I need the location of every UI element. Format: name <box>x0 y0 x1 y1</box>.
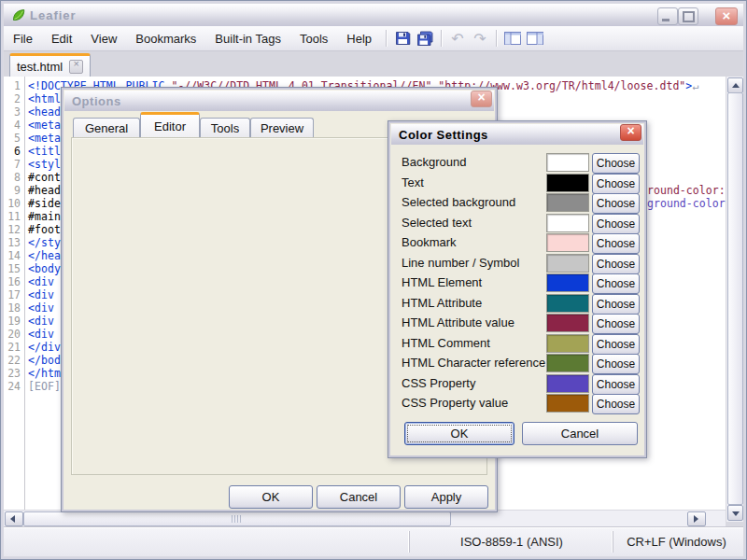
choose-button-html-attribute-value[interactable]: Choose <box>592 314 640 334</box>
choose-button-selected-background[interactable]: Choose <box>592 193 640 214</box>
options-close-icon[interactable] <box>471 91 492 107</box>
leafier-leaf-icon <box>11 7 26 22</box>
color-row-label-html-attribute: HTML Attribute <box>402 294 482 312</box>
menu-item-help[interactable]: Help <box>337 28 381 49</box>
code-token: <div <box>28 288 61 301</box>
redo-button[interactable]: ↷ <box>469 28 491 49</box>
choose-button-css-property[interactable]: Choose <box>592 374 640 395</box>
code-token: #head <box>28 184 61 197</box>
scroll-down-button[interactable] <box>727 505 743 521</box>
scroll-up-button[interactable] <box>727 77 743 93</box>
undo-button[interactable]: ↶ <box>446 28 469 49</box>
color-settings-close-icon[interactable] <box>620 124 641 141</box>
horizontal-scrollbar-thumb[interactable] <box>23 511 451 526</box>
choose-button-html-attribute[interactable]: Choose <box>592 294 640 315</box>
split-view-right-button[interactable] <box>524 28 546 49</box>
line-number: 5 <box>4 132 21 145</box>
thumb-grip <box>232 515 243 523</box>
line-number: 23 <box>4 367 21 380</box>
tab-test-html[interactable]: test.html <box>9 53 91 77</box>
status-encoding: ISO-8859-1 (ANSI) <box>409 531 613 553</box>
save-button[interactable] <box>391 28 414 49</box>
code-token: </htm <box>28 367 61 380</box>
vertical-scrollbar[interactable] <box>726 77 743 522</box>
choose-button-html-element[interactable]: Choose <box>592 273 640 294</box>
line-number: 8 <box>4 171 21 184</box>
color-swatch-background <box>546 153 589 172</box>
color-swatch-html-element <box>546 273 589 292</box>
right-arrow-icon <box>694 515 698 523</box>
code-token: </bod <box>28 354 61 367</box>
choose-button-background[interactable]: Choose <box>592 153 640 174</box>
toolbar-separator <box>441 30 442 47</box>
menu-item-view[interactable]: View <box>81 28 126 49</box>
color-settings-dialog: Color Settings BackgroundChooseTextChoos… <box>388 120 647 458</box>
code-token: <titl <box>28 145 61 158</box>
code-line: </bod <box>28 354 61 367</box>
choose-button-line-number-symbol[interactable]: Choose <box>592 254 640 274</box>
redo-icon: ↷ <box>473 30 486 48</box>
line-number: 2 <box>4 92 21 105</box>
line-number: 21 <box>4 341 21 354</box>
tab-tools[interactable]: Tools <box>200 118 250 138</box>
toolbar-separator <box>386 30 387 47</box>
color-settings-ok-button[interactable]: OK <box>404 422 514 445</box>
color-row-label-css-property: CSS Property <box>402 374 475 392</box>
tab-label: test.html <box>17 60 63 74</box>
code-token: <html <box>28 92 61 105</box>
choose-button-css-property-value[interactable]: Choose <box>592 394 640 414</box>
menu-item-tools[interactable]: Tools <box>290 28 337 49</box>
choose-button-selected-text[interactable]: Choose <box>592 214 640 234</box>
scroll-left-button[interactable] <box>5 511 23 526</box>
maximize-button[interactable] <box>678 7 698 25</box>
code-token: <div <box>28 328 61 341</box>
scroll-right-button[interactable] <box>687 511 706 526</box>
code-token: #side <box>28 197 61 210</box>
split-view-left-button[interactable] <box>501 28 524 49</box>
code-token: <div <box>28 301 61 315</box>
tab-general[interactable]: General <box>73 118 140 138</box>
code-line: <div <box>28 288 61 301</box>
line-number: 18 <box>4 301 21 315</box>
color-swatch-line-number-symbol <box>546 254 589 273</box>
tab-editor[interactable]: Editor <box>140 112 200 137</box>
color-settings-cancel-button[interactable]: Cancel <box>522 422 638 445</box>
left-arrow-icon <box>10 515 15 523</box>
save-all-button[interactable] <box>414 28 436 49</box>
line-number: 19 <box>4 315 21 328</box>
options-apply-button[interactable]: Apply <box>404 485 488 509</box>
tab-preview[interactable]: Preview <box>250 118 314 138</box>
choose-button-html-character-reference[interactable]: Choose <box>592 354 640 374</box>
code-token: <styl <box>28 158 61 171</box>
code-token: <div <box>28 315 61 328</box>
code-line: <div <box>28 301 61 315</box>
code-token: <div <box>28 275 61 288</box>
close-button[interactable] <box>715 7 738 25</box>
options-ok-button[interactable]: OK <box>229 485 313 509</box>
choose-button-html-comment[interactable]: Choose <box>592 334 640 355</box>
menu-item-file[interactable]: File <box>4 28 42 49</box>
up-arrow-icon <box>732 83 740 88</box>
choose-button-bookmark[interactable]: Choose <box>592 233 640 254</box>
color-settings-title: Color Settings <box>399 128 488 142</box>
vertical-scrollbar-thumb[interactable] <box>727 92 743 505</box>
line-number: 3 <box>4 105 21 119</box>
menu-item-edit[interactable]: Edit <box>42 28 81 49</box>
code-token: </hea <box>28 249 61 262</box>
choose-button-text[interactable]: Choose <box>592 174 640 194</box>
menu-item-built-in-tags[interactable]: Built-in Tags <box>205 28 290 49</box>
menu-item-bookmarks[interactable]: Bookmarks <box>126 28 205 49</box>
options-cancel-button[interactable]: Cancel <box>317 485 401 509</box>
code-line: <titl <box>28 145 61 158</box>
minimize-button[interactable] <box>657 7 678 25</box>
status-line-ending: CR+LF (Windows) <box>613 531 740 553</box>
tab-close-icon[interactable] <box>69 60 83 74</box>
code-line: <div <box>28 328 61 341</box>
code-line: <meta <box>28 132 61 145</box>
color-swatch-css-property <box>546 374 589 393</box>
line-number: 24 <box>4 380 21 393</box>
code-line: </htm <box>28 367 61 380</box>
code-line: </hea <box>28 249 61 262</box>
undo-icon: ↶ <box>451 30 463 48</box>
color-swatch-bookmark <box>546 233 589 252</box>
